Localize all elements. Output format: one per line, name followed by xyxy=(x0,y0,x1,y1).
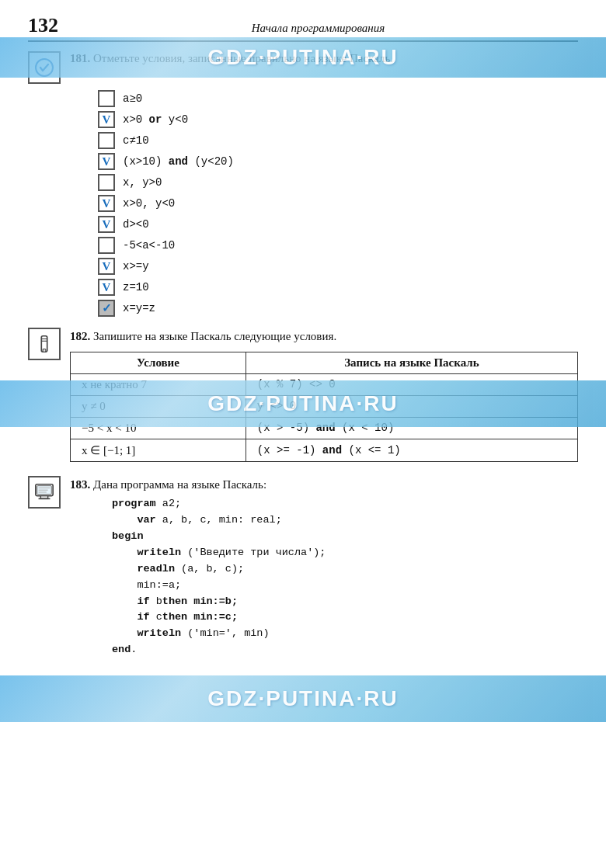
condition-cell: −5 < x < 10 xyxy=(71,417,246,439)
table-182: УсловиеЗапись на языке Паскальx не кратн… xyxy=(70,352,578,462)
task-182-body: 182. Запишите на языке Паскаль следующие… xyxy=(70,328,578,462)
checkbox-item-9: Vz=10 xyxy=(98,279,578,296)
task-182-number: 182. xyxy=(70,330,90,342)
table-row: y ≠ 0y <> 0 xyxy=(71,395,578,417)
checkbox-9[interactable]: V xyxy=(98,279,115,296)
task-182-row: 182. Запишите на языке Паскаль следующие… xyxy=(28,328,578,462)
pascal-cell: (x % 7) <> 0 xyxy=(246,373,577,395)
task-181-desc: Отметьте условия, записанные правильно н… xyxy=(93,52,393,64)
task-182-desc: Запишите на языке Паскаль следующие усло… xyxy=(93,330,336,342)
code-line-1: var a, b, c, min: real; xyxy=(112,512,578,529)
page-header: 132 Начала программирования xyxy=(28,14,578,42)
table-header: Условие xyxy=(71,352,246,373)
checkbox-label-9: z=10 xyxy=(123,281,149,293)
task-183-icon xyxy=(28,476,61,509)
task-183-body: 183. Дана программа на языке Паскаль: pr… xyxy=(70,476,578,659)
checkbox-label-10: x=y=z xyxy=(123,302,155,314)
checkbox-item-1: Vx>0 or y<0 xyxy=(98,111,578,128)
task-182-text: 182. Запишите на языке Паскаль следующие… xyxy=(70,330,336,342)
task-181-icon xyxy=(28,51,61,84)
clock-check-icon xyxy=(34,57,54,78)
code-line-6: if bthen min:=b; xyxy=(112,594,578,610)
task-183-number: 183. xyxy=(70,478,90,491)
checkbox-label-3: (x>10) and (y<20) xyxy=(123,155,234,168)
task-183-desc: Дана программа на языке Паскаль: xyxy=(93,478,266,491)
pencil-ruler-icon xyxy=(34,334,54,354)
checkbox-2[interactable] xyxy=(98,132,115,149)
svg-point-0 xyxy=(36,59,53,76)
watermark-text-bot: GDZ·PUTINA·RU xyxy=(207,686,398,711)
code-line-5: min:=a; xyxy=(112,578,578,594)
checkbox-item-8: Vx>=y xyxy=(98,258,578,275)
task-183-row: 183. Дана программа на языке Паскаль: pr… xyxy=(28,476,578,659)
code-line-9: end. xyxy=(112,642,578,658)
checkbox-5[interactable]: V xyxy=(98,195,115,212)
task-182-icon xyxy=(28,328,61,360)
checkbox-10[interactable]: ✓ xyxy=(98,300,115,317)
checkbox-list-181: a≥0Vx>0 or y<0c≠10V(x>10) and (y<20)x, y… xyxy=(98,90,578,317)
checkbox-item-6: Vd><0 xyxy=(98,216,578,233)
table-header: Запись на языке Паскаль xyxy=(246,352,577,373)
page-number: 132 xyxy=(28,14,58,37)
table-row: x ∈ [−1; 1](x >= -1) and (x <= 1) xyxy=(71,439,578,461)
task-181-text: 181. Отметьте условия, записанные правил… xyxy=(70,52,393,64)
checkbox-8[interactable]: V xyxy=(98,258,115,275)
checkbox-item-10: ✓x=y=z xyxy=(98,300,578,317)
condition-cell: x ∈ [−1; 1] xyxy=(71,439,246,461)
checkbox-0[interactable] xyxy=(98,90,115,107)
condition-cell: y ≠ 0 xyxy=(71,395,246,417)
checkbox-label-6: d><0 xyxy=(123,218,149,231)
checkbox-item-3: V(x>10) and (y<20) xyxy=(98,153,578,170)
computer-icon xyxy=(33,482,55,502)
checkbox-label-8: x>=y xyxy=(123,260,149,273)
code-line-7: if cthen min:=c; xyxy=(112,609,578,626)
code-line-2: begin xyxy=(112,529,578,545)
code-block-183: program a2; var a, b, c, min: real;begin… xyxy=(112,496,578,658)
checkbox-label-7: -5<a<-10 xyxy=(123,239,175,252)
watermark-bot: GDZ·PUTINA·RU xyxy=(0,675,606,722)
checkbox-3[interactable]: V xyxy=(98,153,115,170)
checkbox-label-4: x, y>0 xyxy=(123,176,162,189)
task-181-row: 181. Отметьте условия, записанные правил… xyxy=(28,50,578,84)
checkbox-label-5: x>0, y<0 xyxy=(123,197,175,210)
checkbox-item-0: a≥0 xyxy=(98,90,578,107)
checkbox-item-7: -5<a<-10 xyxy=(98,237,578,254)
pascal-cell: y <> 0 xyxy=(246,395,577,417)
checkbox-label-1: x>0 or y<0 xyxy=(123,113,188,126)
table-row: x не кратно 7(x % 7) <> 0 xyxy=(71,373,578,395)
page-title: Начала программирования xyxy=(58,22,578,35)
checkbox-6[interactable]: V xyxy=(98,216,115,233)
checkbox-label-0: a≥0 xyxy=(123,92,142,105)
checkbox-label-2: c≠10 xyxy=(123,134,149,147)
pascal-cell: (x >= -1) and (x <= 1) xyxy=(246,439,577,461)
svg-rect-2 xyxy=(43,349,46,352)
task-181-body: 181. Отметьте условия, записанные правил… xyxy=(70,50,578,68)
checkbox-item-2: c≠10 xyxy=(98,132,578,149)
checkbox-7[interactable] xyxy=(98,237,115,254)
checkbox-item-4: x, y>0 xyxy=(98,174,578,191)
code-line-0: program a2; xyxy=(112,496,578,512)
checkbox-item-5: Vx>0, y<0 xyxy=(98,195,578,212)
code-line-3: writeln ('Введите три числа'); xyxy=(112,545,578,561)
task-181-number: 181. xyxy=(70,52,90,64)
code-line-4: readln (a, b, c); xyxy=(112,561,578,578)
table-row: −5 < x < 10(x > -5) and (x < 10) xyxy=(71,417,578,439)
checkbox-1[interactable]: V xyxy=(98,111,115,128)
pascal-cell: (x > -5) and (x < 10) xyxy=(246,417,577,439)
code-line-8: writeln ('min=', min) xyxy=(112,626,578,642)
checkbox-4[interactable] xyxy=(98,174,115,191)
task-183-text: 183. Дана программа на языке Паскаль: xyxy=(70,478,266,491)
condition-cell: x не кратно 7 xyxy=(71,373,246,395)
